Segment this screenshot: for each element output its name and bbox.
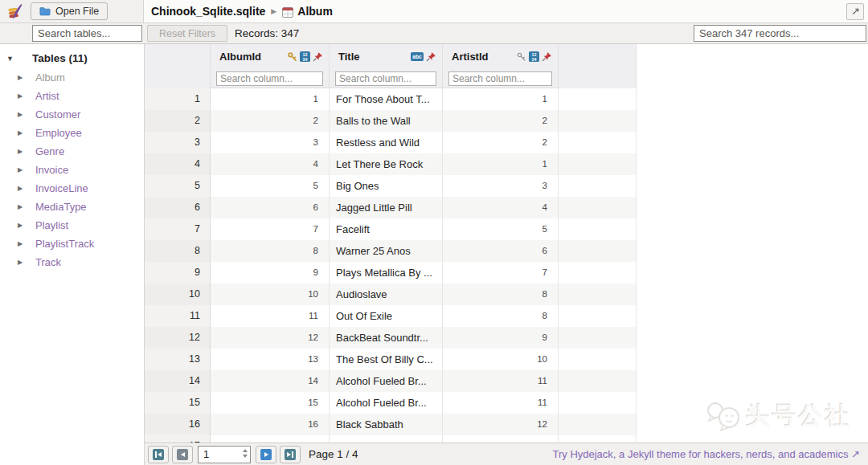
- cell-artistid[interactable]: 8: [443, 305, 559, 327]
- cell-albumid[interactable]: 4: [211, 153, 330, 175]
- cell-title[interactable]: Alcohol Fueled Br...: [330, 370, 443, 392]
- sidebar-item-album[interactable]: ▶Album: [0, 68, 144, 87]
- pin-icon[interactable]: [542, 51, 552, 62]
- column-header-albumid[interactable]: AlbumId1234: [211, 44, 330, 68]
- cell-albumid[interactable]: 11: [211, 305, 330, 327]
- pin-icon[interactable]: [313, 51, 323, 62]
- cell-title[interactable]: Out Of Exile: [330, 305, 443, 327]
- first-page-button[interactable]: [148, 446, 169, 463]
- cell-artistid[interactable]: 3: [443, 175, 559, 197]
- search-tables-input[interactable]: [32, 25, 142, 42]
- cell-artistid[interactable]: 2: [443, 110, 559, 132]
- row-number-cell[interactable]: 2: [145, 110, 211, 132]
- column-header-title[interactable]: Titleabc: [330, 44, 443, 68]
- row-number-cell[interactable]: 12: [145, 327, 211, 349]
- row-number-cell[interactable]: 14: [145, 370, 211, 392]
- row-number-cell[interactable]: 17: [145, 435, 211, 443]
- sidebar-item-employee[interactable]: ▶Employee: [0, 124, 144, 142]
- cell-artistid[interactable]: 12: [443, 435, 559, 443]
- row-number-cell[interactable]: 8: [145, 240, 211, 262]
- sidebar-item-track[interactable]: ▶Track: [0, 253, 144, 271]
- cell-artistid[interactable]: 6: [443, 240, 559, 262]
- pin-icon[interactable]: [426, 51, 436, 62]
- open-file-button[interactable]: Open File: [31, 2, 108, 20]
- cell-artistid[interactable]: 5: [443, 218, 559, 240]
- cell-artistid[interactable]: 1: [443, 88, 559, 110]
- cell-albumid[interactable]: 13: [211, 349, 330, 370]
- tables-group-header[interactable]: ▼ Tables (11): [0, 48, 144, 68]
- cell-albumid[interactable]: 17: [211, 435, 330, 443]
- cell-albumid[interactable]: 7: [211, 218, 330, 240]
- last-page-button[interactable]: [280, 446, 301, 463]
- cell-albumid[interactable]: 2: [211, 110, 330, 132]
- cell-title[interactable]: Black Sabbath: [330, 414, 443, 435]
- sidebar-item-invoice[interactable]: ▶Invoice: [0, 161, 144, 179]
- column-header-artistid[interactable]: ArtistId1234: [443, 44, 559, 68]
- cell-artistid[interactable]: 4: [443, 197, 559, 218]
- row-number-cell[interactable]: 3: [145, 132, 211, 153]
- cell-title[interactable]: Alcohol Fueled Br...: [330, 392, 443, 414]
- row-number-cell[interactable]: 7: [145, 218, 211, 240]
- cell-title[interactable]: Black Sabbath Vol...: [330, 435, 443, 443]
- sidebar-item-playlist[interactable]: ▶Playlist: [0, 216, 144, 235]
- row-number-cell[interactable]: 16: [145, 414, 211, 435]
- hydejack-promo-link[interactable]: Try Hydejack, a Jekyll theme for hackers…: [552, 448, 860, 460]
- previous-page-button[interactable]: [172, 446, 193, 463]
- expand-button[interactable]: [846, 3, 864, 20]
- cell-artistid[interactable]: 9: [443, 327, 559, 349]
- column-search-input-title[interactable]: [335, 71, 436, 86]
- sidebar-item-invoiceline[interactable]: ▶InvoiceLine: [0, 179, 144, 198]
- cell-albumid[interactable]: 3: [211, 132, 330, 153]
- column-search-input-artistid[interactable]: [448, 71, 552, 86]
- cell-title[interactable]: Big Ones: [330, 175, 443, 197]
- cell-title[interactable]: Audioslave: [330, 283, 443, 305]
- cell-albumid[interactable]: 10: [211, 283, 330, 305]
- cell-albumid[interactable]: 6: [211, 197, 330, 218]
- cell-artistid[interactable]: 2: [443, 132, 559, 153]
- row-number-cell[interactable]: 10: [145, 283, 211, 305]
- row-number-cell[interactable]: 5: [145, 175, 211, 197]
- cell-albumid[interactable]: 15: [211, 392, 330, 414]
- cell-albumid[interactable]: 14: [211, 370, 330, 392]
- row-number-cell[interactable]: 6: [145, 197, 211, 218]
- cell-artistid[interactable]: 11: [443, 392, 559, 414]
- row-number-cell[interactable]: 4: [145, 153, 211, 175]
- cell-albumid[interactable]: 12: [211, 327, 330, 349]
- sidebar-item-mediatype[interactable]: ▶MediaType: [0, 198, 144, 216]
- cell-artistid[interactable]: 12: [443, 414, 559, 435]
- cell-artistid[interactable]: 1: [443, 153, 559, 175]
- cell-albumid[interactable]: 1: [211, 88, 330, 110]
- cell-albumid[interactable]: 5: [211, 175, 330, 197]
- cell-title[interactable]: Restless and Wild: [330, 132, 443, 153]
- cell-title[interactable]: Let There Be Rock: [330, 153, 443, 175]
- cell-artistid[interactable]: 10: [443, 349, 559, 370]
- row-number-cell[interactable]: 13: [145, 349, 211, 370]
- cell-title[interactable]: For Those About T...: [330, 88, 443, 110]
- cell-title[interactable]: Balls to the Wall: [330, 110, 443, 132]
- cell-albumid[interactable]: 9: [211, 262, 330, 283]
- stepper-arrows-icon[interactable]: [243, 449, 248, 458]
- cell-title[interactable]: The Best Of Billy C...: [330, 349, 443, 370]
- row-number-cell[interactable]: 15: [145, 392, 211, 414]
- sidebar-item-customer[interactable]: ▶Customer: [0, 105, 144, 124]
- cell-title[interactable]: BackBeat Soundtr...: [330, 327, 443, 349]
- next-page-button[interactable]: [256, 446, 276, 463]
- cell-artistid[interactable]: 11: [443, 370, 559, 392]
- column-search-input-albumid[interactable]: [216, 71, 323, 86]
- cell-albumid[interactable]: 8: [211, 240, 330, 262]
- cell-albumid[interactable]: 16: [211, 414, 330, 435]
- row-number-cell[interactable]: 1: [145, 88, 211, 110]
- sidebar-item-artist[interactable]: ▶Artist: [0, 87, 144, 105]
- row-number-cell[interactable]: 9: [145, 262, 211, 283]
- cell-title[interactable]: Plays Metallica By ...: [330, 262, 443, 283]
- cell-title[interactable]: Facelift: [330, 218, 443, 240]
- sidebar-item-playlisttrack[interactable]: ▶PlaylistTrack: [0, 235, 144, 253]
- cell-title[interactable]: Warner 25 Anos: [330, 240, 443, 262]
- sidebar-item-genre[interactable]: ▶Genre: [0, 142, 144, 161]
- cell-artistid[interactable]: 7: [443, 262, 559, 283]
- row-number-cell[interactable]: 11: [145, 305, 211, 327]
- search-records-input[interactable]: [694, 25, 866, 42]
- cell-title[interactable]: Jagged Little Pill: [330, 197, 443, 218]
- cell-artistid[interactable]: 8: [443, 283, 559, 305]
- reset-filters-button[interactable]: Reset Filters: [147, 25, 227, 42]
